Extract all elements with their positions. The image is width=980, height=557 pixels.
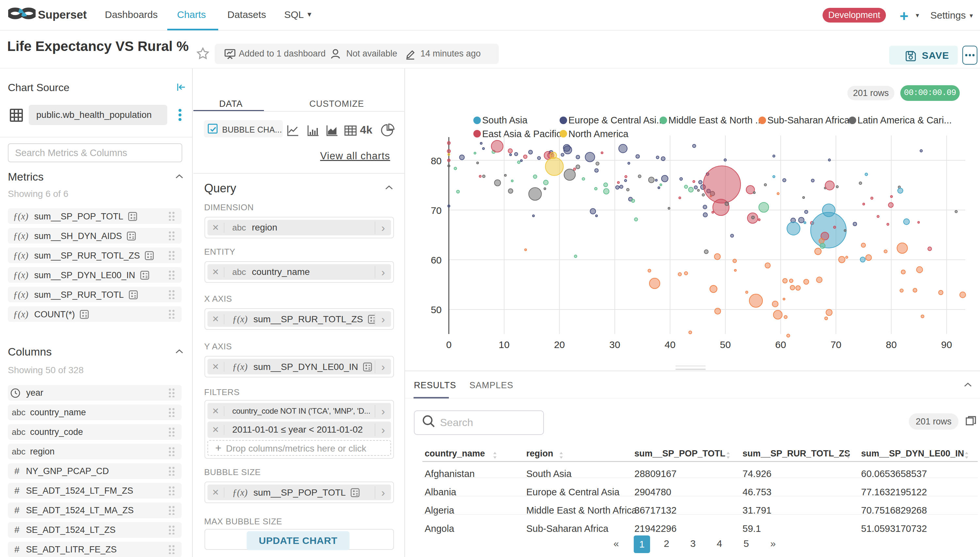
svg-text:0: 0 xyxy=(446,339,452,350)
svg-text:50: 50 xyxy=(431,304,442,315)
svg-text:80: 80 xyxy=(431,155,442,166)
svg-text:60: 60 xyxy=(431,255,442,265)
svg-text:20: 20 xyxy=(554,339,565,350)
svg-text:70: 70 xyxy=(431,205,442,216)
svg-text:60: 60 xyxy=(775,339,786,350)
svg-text:80: 80 xyxy=(886,339,897,350)
svg-text:10: 10 xyxy=(499,339,510,350)
svg-text:30: 30 xyxy=(609,339,620,350)
svg-text:40: 40 xyxy=(665,339,675,350)
svg-text:50: 50 xyxy=(720,339,731,350)
svg-text:90: 90 xyxy=(941,339,952,350)
svg-text:70: 70 xyxy=(830,339,841,350)
